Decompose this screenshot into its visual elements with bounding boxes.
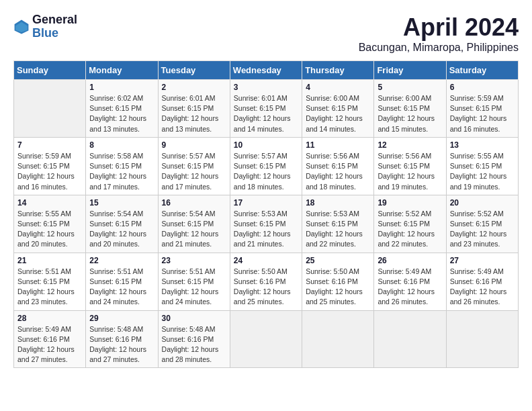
day-info: Sunrise: 6:00 AM Sunset: 6:15 PM Dayligh… (306, 93, 370, 134)
weekday-header-friday: Friday (374, 61, 446, 80)
week-row-2: 7Sunrise: 5:59 AM Sunset: 6:15 PM Daylig… (14, 137, 519, 195)
day-info: Sunrise: 5:52 AM Sunset: 6:15 PM Dayligh… (450, 209, 515, 250)
calendar-cell: 30Sunrise: 5:48 AM Sunset: 6:16 PM Dayli… (158, 310, 230, 368)
day-number: 10 (234, 140, 298, 150)
day-info: Sunrise: 5:59 AM Sunset: 6:15 PM Dayligh… (17, 151, 82, 192)
month-title: April 2024 (359, 13, 519, 42)
day-number: 30 (162, 314, 226, 323)
location-title: Bacungan, Mimaropa, Philippines (359, 42, 519, 54)
calendar-cell (14, 80, 86, 138)
day-info: Sunrise: 5:48 AM Sunset: 6:16 PM Dayligh… (162, 324, 226, 365)
calendar-cell (374, 310, 446, 368)
logo: General Blue (13, 13, 77, 40)
calendar-cell: 1Sunrise: 6:02 AM Sunset: 6:15 PM Daylig… (86, 80, 158, 138)
day-number: 14 (17, 198, 82, 208)
logo-text: General Blue (32, 13, 77, 40)
day-number: 17 (234, 198, 298, 208)
calendar-cell (230, 310, 302, 368)
weekday-header-sunday: Sunday (14, 61, 86, 80)
day-number: 4 (306, 83, 370, 92)
day-info: Sunrise: 5:49 AM Sunset: 6:16 PM Dayligh… (17, 324, 82, 365)
day-info: Sunrise: 5:57 AM Sunset: 6:15 PM Dayligh… (234, 151, 298, 192)
day-info: Sunrise: 5:50 AM Sunset: 6:16 PM Dayligh… (234, 267, 298, 308)
day-info: Sunrise: 5:54 AM Sunset: 6:15 PM Dayligh… (162, 209, 226, 250)
day-info: Sunrise: 5:49 AM Sunset: 6:16 PM Dayligh… (378, 267, 442, 308)
day-info: Sunrise: 5:49 AM Sunset: 6:16 PM Dayligh… (450, 267, 515, 308)
calendar-cell (446, 310, 518, 368)
calendar-table: SundayMondayTuesdayWednesdayThursdayFrid… (13, 60, 519, 368)
title-area: April 2024 Bacungan, Mimaropa, Philippin… (359, 13, 519, 54)
logo-blue-text: Blue (32, 27, 77, 40)
calendar-cell: 18Sunrise: 5:53 AM Sunset: 6:15 PM Dayli… (302, 195, 374, 253)
day-info: Sunrise: 5:58 AM Sunset: 6:15 PM Dayligh… (89, 151, 154, 192)
calendar-cell: 22Sunrise: 5:51 AM Sunset: 6:15 PM Dayli… (86, 253, 158, 310)
day-number: 28 (17, 314, 82, 323)
day-number: 3 (234, 83, 298, 92)
logo-general-text: General (32, 13, 77, 27)
day-number: 13 (450, 140, 515, 150)
calendar-cell: 27Sunrise: 5:49 AM Sunset: 6:16 PM Dayli… (446, 253, 518, 310)
day-info: Sunrise: 5:48 AM Sunset: 6:16 PM Dayligh… (89, 324, 154, 365)
day-number: 12 (378, 140, 442, 150)
week-row-4: 21Sunrise: 5:51 AM Sunset: 6:15 PM Dayli… (14, 253, 519, 310)
day-number: 6 (450, 83, 515, 92)
day-info: Sunrise: 6:00 AM Sunset: 6:15 PM Dayligh… (378, 93, 442, 134)
calendar-cell: 21Sunrise: 5:51 AM Sunset: 6:15 PM Dayli… (14, 253, 86, 310)
week-row-3: 14Sunrise: 5:55 AM Sunset: 6:15 PM Dayli… (14, 195, 519, 253)
day-number: 24 (234, 256, 298, 265)
day-info: Sunrise: 5:51 AM Sunset: 6:15 PM Dayligh… (162, 267, 226, 308)
day-number: 18 (306, 198, 370, 208)
weekday-header-saturday: Saturday (446, 61, 518, 80)
calendar-cell: 17Sunrise: 5:53 AM Sunset: 6:15 PM Dayli… (230, 195, 302, 253)
day-number: 21 (17, 256, 82, 265)
calendar-cell: 8Sunrise: 5:58 AM Sunset: 6:15 PM Daylig… (86, 137, 158, 195)
week-row-5: 28Sunrise: 5:49 AM Sunset: 6:16 PM Dayli… (14, 310, 519, 368)
day-number: 26 (378, 256, 442, 265)
calendar-cell: 20Sunrise: 5:52 AM Sunset: 6:15 PM Dayli… (446, 195, 518, 253)
week-row-1: 1Sunrise: 6:02 AM Sunset: 6:15 PM Daylig… (14, 80, 519, 138)
calendar-cell: 25Sunrise: 5:50 AM Sunset: 6:16 PM Dayli… (302, 253, 374, 310)
day-info: Sunrise: 5:57 AM Sunset: 6:15 PM Dayligh… (162, 151, 226, 192)
day-info: Sunrise: 5:59 AM Sunset: 6:15 PM Dayligh… (450, 93, 515, 134)
weekday-header-tuesday: Tuesday (158, 61, 230, 80)
day-number: 11 (306, 140, 370, 150)
calendar-cell: 5Sunrise: 6:00 AM Sunset: 6:15 PM Daylig… (374, 80, 446, 138)
day-number: 22 (89, 256, 154, 265)
day-number: 25 (306, 256, 370, 265)
day-info: Sunrise: 5:56 AM Sunset: 6:15 PM Dayligh… (378, 151, 442, 192)
calendar-cell: 12Sunrise: 5:56 AM Sunset: 6:15 PM Dayli… (374, 137, 446, 195)
day-number: 1 (89, 83, 154, 92)
calendar-cell: 24Sunrise: 5:50 AM Sunset: 6:16 PM Dayli… (230, 253, 302, 310)
day-info: Sunrise: 6:02 AM Sunset: 6:15 PM Dayligh… (89, 93, 154, 134)
day-number: 5 (378, 83, 442, 92)
day-number: 23 (162, 256, 226, 265)
day-info: Sunrise: 6:01 AM Sunset: 6:15 PM Dayligh… (234, 93, 298, 134)
calendar-cell: 10Sunrise: 5:57 AM Sunset: 6:15 PM Dayli… (230, 137, 302, 195)
calendar-cell: 14Sunrise: 5:55 AM Sunset: 6:15 PM Dayli… (14, 195, 86, 253)
header: General Blue April 2024 Bacungan, Mimaro… (13, 13, 519, 54)
day-number: 8 (89, 140, 154, 150)
day-number: 2 (162, 83, 226, 92)
calendar-cell: 11Sunrise: 5:56 AM Sunset: 6:15 PM Dayli… (302, 137, 374, 195)
day-info: Sunrise: 5:55 AM Sunset: 6:15 PM Dayligh… (450, 151, 515, 192)
day-info: Sunrise: 5:56 AM Sunset: 6:15 PM Dayligh… (306, 151, 370, 192)
day-number: 27 (450, 256, 515, 265)
day-info: Sunrise: 5:52 AM Sunset: 6:15 PM Dayligh… (378, 209, 442, 250)
day-number: 9 (162, 140, 226, 150)
weekday-header-row: SundayMondayTuesdayWednesdayThursdayFrid… (14, 61, 519, 80)
calendar-cell: 26Sunrise: 5:49 AM Sunset: 6:16 PM Dayli… (374, 253, 446, 310)
calendar-cell: 4Sunrise: 6:00 AM Sunset: 6:15 PM Daylig… (302, 80, 374, 138)
day-number: 29 (89, 314, 154, 323)
calendar-cell: 7Sunrise: 5:59 AM Sunset: 6:15 PM Daylig… (14, 137, 86, 195)
day-number: 20 (450, 198, 515, 208)
calendar-cell (302, 310, 374, 368)
calendar-cell: 28Sunrise: 5:49 AM Sunset: 6:16 PM Dayli… (14, 310, 86, 368)
weekday-header-thursday: Thursday (302, 61, 374, 80)
calendar-cell: 13Sunrise: 5:55 AM Sunset: 6:15 PM Dayli… (446, 137, 518, 195)
day-info: Sunrise: 5:54 AM Sunset: 6:15 PM Dayligh… (89, 209, 154, 250)
day-info: Sunrise: 5:51 AM Sunset: 6:15 PM Dayligh… (17, 267, 82, 308)
logo-icon (13, 19, 30, 35)
calendar-cell: 19Sunrise: 5:52 AM Sunset: 6:15 PM Dayli… (374, 195, 446, 253)
day-info: Sunrise: 5:50 AM Sunset: 6:16 PM Dayligh… (306, 267, 370, 308)
calendar-cell: 16Sunrise: 5:54 AM Sunset: 6:15 PM Dayli… (158, 195, 230, 253)
